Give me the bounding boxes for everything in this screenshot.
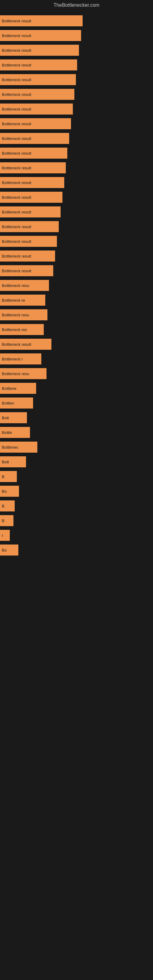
- bottleneck-bar: Bottleneck resu: [0, 280, 49, 291]
- bar-row: Bott: [0, 410, 153, 425]
- bottleneck-bar: Bottleneck result: [0, 192, 62, 203]
- bottleneck-bar: Bottleneck result: [0, 339, 51, 350]
- bar-row: Bottleneck r: [0, 352, 153, 366]
- bar-row: Bottleneck result: [0, 87, 153, 102]
- bar-row: B: [0, 513, 153, 528]
- bottleneck-bar: Bott: [0, 456, 26, 467]
- bottleneck-bar: Bottlen: [0, 398, 33, 409]
- bar-row: Bottleneck result: [0, 337, 153, 352]
- bar-row: Bottle: [0, 425, 153, 440]
- bottleneck-bar: Bottleneck r: [0, 353, 41, 364]
- bar-row: Bottleneck result: [0, 219, 153, 234]
- bar-row: Bottleneck result: [0, 263, 153, 278]
- bottleneck-bar: Bottleneck result: [0, 207, 61, 218]
- bar-row: Bottlene: [0, 381, 153, 396]
- bottleneck-bar: Bottle: [0, 427, 30, 438]
- bottleneck-bar: B: [0, 471, 17, 482]
- bottleneck-bar: Bottleneck result: [0, 59, 77, 70]
- site-title: TheBottlenecker.com: [0, 0, 153, 10]
- bottleneck-bar: Bottleneck result: [0, 89, 74, 100]
- bar-row: Bottleneck result: [0, 43, 153, 57]
- bar-row: Bottleneck result: [0, 175, 153, 190]
- bar-row: Bottleneck res: [0, 322, 153, 337]
- bar-row: Bottleneck result: [0, 13, 153, 28]
- bottleneck-bar: Bott: [0, 412, 27, 423]
- bar-row: B: [0, 469, 153, 484]
- bottleneck-bar: Bottleneck result: [0, 265, 53, 276]
- bar-row: Bo: [0, 484, 153, 499]
- bar-row: Bottleneck result: [0, 146, 153, 161]
- bottleneck-bar: Bottleneck result: [0, 162, 66, 173]
- bottleneck-bar: Bottleneck result: [0, 148, 67, 159]
- bar-row: Bottlenec: [0, 440, 153, 455]
- bar-row: I: [0, 528, 153, 542]
- bottleneck-bar: Bottleneck result: [0, 45, 79, 56]
- bottleneck-bar: B: [0, 515, 13, 526]
- bottleneck-bar: Bottleneck result: [0, 74, 76, 85]
- bar-row: Bottleneck resu: [0, 278, 153, 293]
- bar-row: Bottleneck result: [0, 116, 153, 131]
- bottleneck-bar: Bottleneck result: [0, 221, 59, 232]
- bottleneck-bar: Bottleneck resu: [0, 309, 48, 320]
- bottleneck-bar: Bottleneck resu: [0, 368, 46, 379]
- bottleneck-bar: Bottleneck re: [0, 294, 45, 305]
- bottleneck-bar: Bottlene: [0, 383, 36, 394]
- bar-row: Bottleneck result: [0, 249, 153, 263]
- bottleneck-bar: Bottleneck result: [0, 177, 64, 188]
- bar-row: Bottleneck result: [0, 131, 153, 146]
- bottleneck-bar: Bottlenec: [0, 442, 37, 453]
- bar-row: Bott: [0, 455, 153, 469]
- bottleneck-bar: Bo: [0, 486, 19, 497]
- bottleneck-bar: Bottleneck result: [0, 118, 71, 129]
- bar-row: Bottleneck result: [0, 234, 153, 249]
- bar-row: B: [0, 499, 153, 513]
- bar-row: Bottleneck result: [0, 28, 153, 43]
- bottleneck-bar: B: [0, 500, 15, 511]
- bar-row: Bottleneck result: [0, 57, 153, 72]
- bottleneck-bar: Bottleneck result: [0, 15, 83, 26]
- bar-row: Bo: [0, 542, 153, 557]
- bottleneck-bar: Bo: [0, 544, 18, 555]
- bar-row: Bottleneck result: [0, 161, 153, 175]
- bar-row: Bottleneck re: [0, 293, 153, 307]
- bottleneck-bar: Bottleneck result: [0, 30, 81, 41]
- bar-row: Bottleneck result: [0, 102, 153, 116]
- bar-row: Bottlen: [0, 396, 153, 410]
- bar-row: Bottleneck result: [0, 72, 153, 87]
- bottleneck-bar: Bottleneck result: [0, 103, 73, 115]
- bottleneck-bar: Bottleneck result: [0, 236, 57, 247]
- bar-row: Bottleneck resu: [0, 307, 153, 322]
- bottleneck-bar: Bottleneck res: [0, 324, 44, 335]
- bar-row: Bottleneck result: [0, 190, 153, 205]
- bottleneck-bar: Bottleneck result: [0, 133, 69, 144]
- bottleneck-bar: I: [0, 530, 10, 541]
- bottleneck-bar: Bottleneck result: [0, 250, 55, 261]
- bars-container: Bottleneck resultBottleneck resultBottle…: [0, 10, 153, 560]
- bar-row: Bottleneck resu: [0, 366, 153, 381]
- bar-row: Bottleneck result: [0, 205, 153, 219]
